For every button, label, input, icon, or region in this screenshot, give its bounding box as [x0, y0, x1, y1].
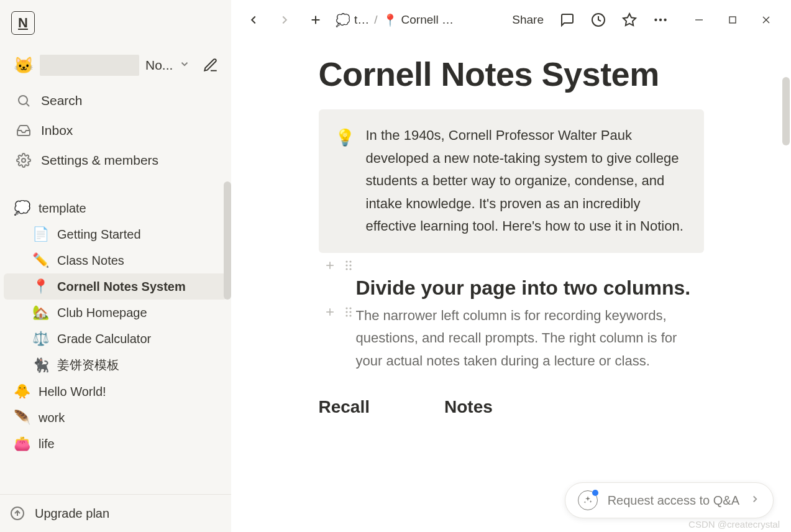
page-title[interactable]: Cornell Notes System	[319, 55, 704, 93]
updates-button[interactable]	[585, 6, 612, 34]
new-tab-button[interactable]	[302, 6, 329, 34]
request-qa-label: Request access to Q&A	[608, 493, 739, 508]
content-scrollbar-track[interactable]	[781, 40, 791, 532]
column-heading-recall[interactable]: Recall	[319, 397, 370, 417]
window-minimize-button[interactable]	[683, 6, 715, 34]
sidebar-item-class-notes[interactable]: ✏️Class Notes	[4, 247, 227, 273]
breadcrumb-separator: /	[374, 13, 377, 27]
page-emoji-icon: 👛	[12, 436, 31, 452]
topbar: 💭 t… / 📍 Cornell … Share	[231, 0, 791, 40]
column-heading-notes[interactable]: Notes	[444, 397, 493, 417]
svg-marker-8	[623, 14, 636, 25]
compose-button[interactable]	[201, 56, 220, 75]
page-emoji-icon: 🪶	[12, 410, 31, 426]
inbox-button[interactable]: Inbox	[6, 116, 225, 145]
request-qa-button[interactable]: Request access to Q&A	[565, 482, 774, 518]
sidebar-item-hello-world[interactable]: 🐥Hello World!	[4, 378, 227, 405]
sidebar-item-cornell-notes-system[interactable]: 📍Cornell Notes System	[4, 273, 227, 300]
search-label: Search	[41, 93, 83, 108]
breadcrumb-seg-2-icon: 📍	[383, 13, 398, 27]
settings-label: Settings & members	[41, 153, 158, 168]
workspace-name-suffix: No...	[145, 58, 173, 73]
sidebar-item-work[interactable]: 🪶work	[4, 405, 227, 431]
sidebar-item-template[interactable]: 💭template	[4, 195, 227, 221]
watermark: CSDN @createcrystal	[688, 519, 780, 530]
favorite-button[interactable]	[616, 6, 643, 34]
sidebar-item-label: Grade Calculator	[57, 332, 151, 346]
sparkle-icon	[578, 490, 598, 510]
chevron-down-icon	[179, 58, 190, 72]
svg-point-2	[22, 158, 25, 162]
svg-point-27	[349, 307, 351, 309]
drag-handle-icon[interactable]	[341, 258, 356, 273]
add-block-button[interactable]	[322, 258, 337, 273]
paragraph-block[interactable]: The narrower left column is for recordin…	[356, 305, 704, 373]
drag-handle-icon[interactable]	[341, 305, 356, 319]
search-icon	[15, 92, 32, 109]
page-content: Cornell Notes System 💡 In the 1940s, Cor…	[231, 40, 791, 532]
chevron-right-icon	[749, 493, 761, 508]
workspace-switcher[interactable]: 🐱 No...	[0, 0, 231, 81]
svg-point-31	[349, 314, 351, 316]
sidebar-scrollbar-thumb[interactable]	[224, 181, 231, 300]
gear-icon	[15, 152, 32, 169]
workspace-emoji-icon: 🐱	[14, 56, 34, 75]
sidebar-item-label: Hello World!	[39, 385, 106, 399]
search-button[interactable]: Search	[6, 86, 225, 116]
page-emoji-icon: 🐥	[12, 383, 31, 400]
sidebar-item-club-homepage[interactable]: 🏡Club Homepage	[4, 300, 227, 326]
inbox-label: Inbox	[41, 123, 73, 138]
settings-button[interactable]: Settings & members	[6, 145, 225, 175]
svg-point-18	[345, 260, 347, 262]
sidebar-item-label: life	[39, 437, 55, 451]
window-close-button[interactable]	[750, 6, 782, 34]
sidebar-item-label: 姜饼资模板	[57, 357, 119, 374]
page-emoji-icon: ✏️	[31, 252, 50, 268]
page-emoji-icon: 🏡	[31, 305, 50, 321]
heading-block[interactable]: Divide your page into two columns.	[356, 277, 704, 300]
svg-point-9	[654, 19, 657, 21]
breadcrumb: 💭 t… / 📍 Cornell …	[336, 13, 454, 27]
sidebar-item-life[interactable]: 👛life	[4, 431, 227, 457]
nav-forward-button[interactable]	[271, 6, 298, 34]
svg-point-26	[345, 307, 347, 309]
upgrade-plan-button[interactable]: Upgrade plan	[0, 494, 231, 532]
svg-point-29	[349, 311, 351, 313]
main-area: 💭 t… / 📍 Cornell … Share	[231, 0, 791, 532]
sidebar-item-label: Class Notes	[57, 254, 124, 268]
svg-point-10	[659, 19, 662, 21]
sidebar-item-label: work	[39, 411, 65, 425]
page-emoji-icon: 💭	[12, 200, 31, 216]
breadcrumb-seg-2[interactable]: 📍 Cornell …	[383, 13, 454, 27]
breadcrumb-seg-1-label: t…	[354, 13, 369, 27]
svg-point-28	[345, 311, 347, 313]
svg-point-22	[345, 268, 347, 270]
callout-text: In the 1940s, Cornell Professor Walter P…	[366, 124, 688, 238]
comments-button[interactable]	[554, 6, 581, 34]
add-block-button[interactable]	[322, 305, 337, 319]
content-scrollbar-thumb[interactable]	[782, 77, 790, 145]
page-tree: 💭template📄Getting Started✏️Class Notes📍C…	[0, 195, 231, 463]
sidebar-item-grade-calculator[interactable]: ⚖️Grade Calculator	[4, 326, 227, 352]
breadcrumb-seg-1[interactable]: 💭 t…	[336, 13, 369, 27]
nav-back-button[interactable]	[240, 6, 267, 34]
svg-point-19	[349, 260, 351, 262]
callout-block[interactable]: 💡 In the 1940s, Cornell Professor Walter…	[319, 109, 704, 253]
sidebar-item-[interactable]: 🐈‍⬛姜饼资模板	[4, 352, 227, 378]
svg-point-21	[349, 264, 351, 266]
svg-point-23	[349, 268, 351, 270]
svg-rect-13	[729, 17, 736, 23]
more-button[interactable]	[647, 6, 674, 34]
svg-point-30	[345, 314, 347, 316]
upgrade-plan-label: Upgrade plan	[35, 507, 109, 521]
sidebar-item-label: Club Homepage	[57, 306, 147, 320]
page-emoji-icon: 🐈‍⬛	[31, 357, 50, 374]
page-emoji-icon: 📄	[31, 226, 50, 242]
breadcrumb-seg-1-icon: 💭	[336, 13, 350, 27]
svg-line-1	[27, 104, 29, 106]
share-button[interactable]: Share	[506, 9, 550, 30]
window-maximize-button[interactable]	[716, 6, 749, 34]
sidebar-item-getting-started[interactable]: 📄Getting Started	[4, 221, 227, 247]
page-emoji-icon: ⚖️	[31, 331, 50, 347]
svg-point-0	[19, 96, 27, 104]
